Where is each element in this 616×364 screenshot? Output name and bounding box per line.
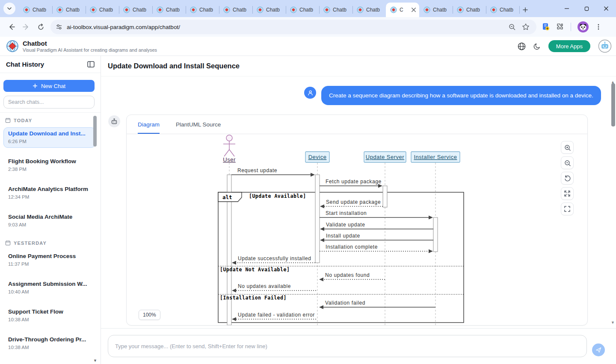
visual-paradigm-favicon [257,6,264,13]
tab-title: Chatb [266,7,283,13]
chat-history-item[interactable]: Online Banking Transfer Flow10:38 AM [3,361,95,364]
browser-tab[interactable]: Chatb [186,3,219,17]
reload-icon [37,23,44,31]
diagram-viewport[interactable]: UserDeviceUpdate ServerInstaller Service… [127,134,587,325]
svg-text:Installation complete: Installation complete [326,244,378,250]
diagram-card-tabs: DiagramPlantUML Source [127,115,587,134]
robot-icon [111,118,118,125]
zoom-in-button[interactable] [561,141,574,154]
new-chat-button[interactable]: New Chat [3,80,95,92]
send-paper-plane-icon [595,346,602,353]
browser-tab[interactable]: Chatb [319,3,352,17]
window-maximize-button[interactable] [577,0,596,17]
dark-mode-moon-icon[interactable] [533,43,541,50]
new-tab-button[interactable] [519,4,531,16]
extensions-puzzle-icon[interactable] [556,23,565,31]
window-close-button[interactable] [596,0,616,17]
svg-text:User: User [223,156,236,163]
fullscreen-button[interactable] [561,203,574,215]
chat-scroll-area[interactable]: Create a sequence diagram describing how… [101,76,616,328]
svg-text:No updates available: No updates available [238,283,291,289]
browser-tab[interactable]: Chatb [252,3,286,17]
forward-icon [22,23,30,31]
language-globe-icon[interactable] [518,42,526,50]
window-controls [557,0,616,17]
chat-history-item[interactable]: Assignment Submission W...10:40 AM [3,278,95,298]
chat-history-item-selected[interactable]: Update Download and Inst...6:26 PM [3,127,95,148]
reset-zoom-button[interactable] [561,172,574,185]
site-info-icon[interactable] [56,23,62,30]
browser-tab[interactable]: Chatb [119,3,152,17]
zoom-out-button[interactable] [561,156,574,169]
search-chats-input[interactable] [3,96,95,109]
browser-menu-icon[interactable] [595,23,602,30]
reading-mode-icon[interactable] [542,23,550,31]
profile-avatar[interactable] [577,21,589,33]
zoom-indicator-icon[interactable] [508,23,516,31]
plus-icon [33,83,38,88]
chat-history-item[interactable]: Support Ticket Flow10:38 AM [3,305,95,326]
tab-title: Chatb [500,7,517,13]
address-bar[interactable]: ai-toolbox.visual-paradigm.com/app/chatb… [50,20,536,34]
bookmark-star-icon[interactable] [522,23,530,31]
browser-tab[interactable]: Chatb [152,3,186,17]
zoom-out-icon [564,159,571,166]
fit-expand-icon [564,190,571,197]
collapse-sidebar-icon[interactable] [87,61,95,68]
browser-tab-active[interactable]: C [386,3,419,17]
chat-history-item[interactable]: Flight Booking Workflow2:38 PM [3,155,95,176]
more-apps-button[interactable]: More Apps [548,40,590,52]
chat-history-item[interactable]: Online Payment Process11:37 PM [3,250,95,270]
svg-text:Request update: Request update [237,167,277,173]
minimize-icon [564,6,569,11]
tab-title: Chatb [166,7,183,13]
browser-tab[interactable]: Chatb [219,3,252,17]
card-tab-plantuml-source[interactable]: PlantUML Source [176,121,221,134]
browser-tab[interactable]: Chatb [486,3,519,17]
browser-tab[interactable]: Chatb [86,3,119,17]
chat-history-item[interactable]: Social Media ArchiMate9:03 AM [3,211,95,231]
sidebar-scrollbar-thumb[interactable] [93,116,97,147]
tab-title: Chatb [433,7,450,13]
visual-paradigm-favicon [390,6,397,13]
reload-button[interactable] [33,20,48,34]
browser-tab[interactable]: Chatb [419,3,453,17]
back-button[interactable] [4,20,19,34]
forward-button[interactable] [19,20,33,34]
chat-scrollbar-down-arrow[interactable]: ▼ [611,320,615,325]
sidebar-scrollbar-down-arrow[interactable]: ▼ [93,358,97,363]
browser-tab-strip: ChatbChatbChatbChatbChatbChatbChatbChatb… [0,0,616,17]
visual-paradigm-favicon [157,6,163,13]
browser-tab[interactable]: Chatb [352,3,386,17]
tab-close-icon[interactable] [411,7,417,13]
browser-tab[interactable]: Chatb [286,3,319,17]
chat-history-item[interactable]: Drive-Through Ordering Pr...10:38 AM [3,333,95,354]
browser-tab[interactable]: Chatb [52,3,86,17]
tab-title: Chatb [233,7,250,13]
browser-toolbar: ai-toolbox.visual-paradigm.com/app/chatb… [0,17,616,37]
chat-scrollbar-thumb[interactable] [611,83,615,126]
browser-tab[interactable]: Chatb [19,3,52,17]
window-minimize-button[interactable] [557,0,577,17]
card-tab-diagram[interactable]: Diagram [138,121,160,134]
chat-item-title: Update Download and Inst... [8,130,91,137]
send-button[interactable] [592,343,605,356]
tab-title: Chatb [299,7,317,13]
browser-tab[interactable]: Chatb [453,3,486,17]
tab-title: Chatb [33,7,50,13]
chat-history-list: TODAYUpdate Download and Inst...6:26 PMF… [0,112,101,364]
chat-item-time: 9:03 AM [8,222,91,227]
svg-text:Update Server: Update Server [366,154,404,160]
chatbot-assistant-icon[interactable] [598,39,612,53]
url-text[interactable]: ai-toolbox.visual-paradigm.com/app/chatb… [67,24,508,30]
message-input[interactable] [108,335,587,357]
svg-text:[Installation Failed]: [Installation Failed] [220,295,287,301]
calendar-icon [5,240,11,246]
tab-search-chevron-button[interactable] [3,3,15,15]
visual-paradigm-favicon [357,6,364,13]
chat-history-item[interactable]: ArchiMate Analytics Platform12:34 PM [3,183,95,203]
visual-paradigm-favicon [190,6,197,13]
actor-user: User [223,135,236,163]
fit-expand-button[interactable] [561,187,574,200]
back-icon [8,23,15,31]
